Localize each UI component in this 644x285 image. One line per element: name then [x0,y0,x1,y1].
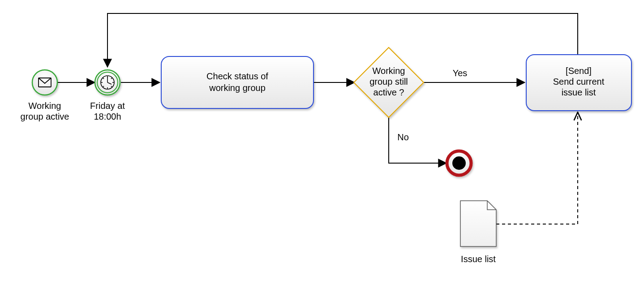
task-check-label-1: Check status of [206,71,268,81]
timer-event-label-1: Friday at [90,101,125,111]
task-send-label-2: Send current [553,77,605,86]
start-event-label-2: group active [21,112,69,121]
edge-data-association [496,113,578,224]
bpmn-diagram: Yes No Working group active [0,0,644,285]
gateway-label-2: group still [369,77,408,86]
start-event-label-1: Working [29,101,61,111]
edge-yes-label: Yes [453,68,468,78]
gateway-label-3: active ? [374,87,404,97]
svg-point-19 [452,156,466,170]
svg-point-0 [32,70,57,95]
task-send-label-3: issue list [562,87,596,97]
timer-event-label-2: 18:00h [94,112,121,121]
task-check-status [161,56,313,108]
edge-no-label: No [397,132,409,142]
svg-rect-15 [161,56,313,108]
timer-event [95,70,120,95]
start-event [32,70,57,95]
data-object-label: Issue list [461,254,496,264]
end-event [447,151,471,175]
data-object-issue-list [460,201,496,246]
task-send-label-1: [Send] [566,66,592,76]
gateway-label-1: Working [373,66,405,76]
task-check-label-2: working group [209,83,266,93]
